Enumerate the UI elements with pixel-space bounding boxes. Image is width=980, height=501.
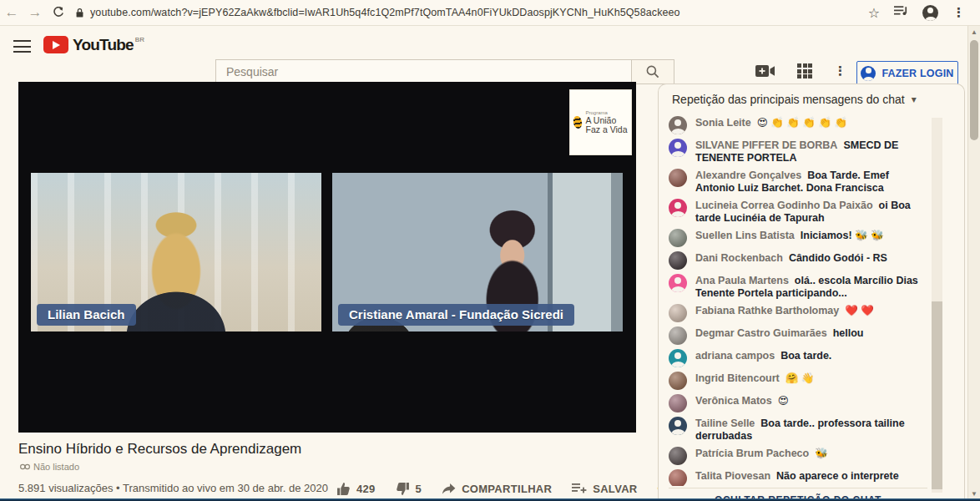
bee-icon xyxy=(573,115,583,129)
chat-author: SILVANE PIFFER DE BORBA xyxy=(695,139,837,151)
chat-message: Ana Paula Martensolá.. escola Marcílio D… xyxy=(669,274,926,300)
browser-toolbar: ← → youtube.com/watch?v=jEPY62ZaAkw&fbcl… xyxy=(0,0,980,26)
chat-message: Alexandre GonçalvesBoa Tarde. Emef Anton… xyxy=(669,169,926,195)
avatar[interactable] xyxy=(669,251,687,270)
url-text: youtube.com/watch?v=jEPY62ZaAkw&fbclid=I… xyxy=(90,7,680,18)
speaker-name-tag: Cristiane Amaral - Fundação Sicredi xyxy=(338,304,574,326)
chat-message: Dani RockenbachCândido Godói - RS xyxy=(669,251,926,270)
chat-text: hellou xyxy=(833,327,864,339)
back-icon: ← xyxy=(5,4,19,21)
browser-actions: ☆ ⋮ xyxy=(868,5,980,21)
chat-message: adriana camposBoa tarde. xyxy=(669,349,926,367)
avatar[interactable] xyxy=(669,116,687,134)
reload-button[interactable] xyxy=(47,3,70,23)
scroll-up-icon[interactable]: ▲ xyxy=(968,28,980,36)
logo-line-uniao: A União xyxy=(585,116,627,125)
share-button[interactable]: COMPARTILHAR xyxy=(442,483,552,495)
avatar[interactable] xyxy=(669,139,687,157)
dislike-count: 5 xyxy=(416,483,422,495)
chat-author: Fabiana Rathke Bartholomay xyxy=(695,305,839,316)
share-icon xyxy=(442,483,456,495)
back-button[interactable]: ← xyxy=(0,3,23,23)
avatar[interactable] xyxy=(669,326,687,345)
guide-menu-icon[interactable] xyxy=(13,40,31,53)
youtube-logo[interactable]: YouTube BR xyxy=(43,36,144,53)
video-tile-left: Lilian Bacich xyxy=(31,173,321,331)
live-chat-panel: Repetição das principais mensagens do ch… xyxy=(658,84,965,501)
avatar[interactable] xyxy=(669,229,687,247)
create-video-icon[interactable] xyxy=(755,64,775,78)
chat-header-dropdown[interactable]: Repetição das principais mensagens do ch… xyxy=(659,84,964,114)
avatar[interactable] xyxy=(669,417,687,435)
playlist-add-icon xyxy=(572,483,587,494)
chat-author: Verônica Matos xyxy=(695,395,772,407)
scroll-down-icon[interactable]: ▼ xyxy=(968,490,980,498)
chat-scrollbar[interactable] xyxy=(932,118,942,493)
avatar[interactable] xyxy=(669,349,687,367)
search-box xyxy=(215,59,632,84)
browser-menu-icon[interactable]: ⋮ xyxy=(952,5,965,20)
avatar[interactable] xyxy=(669,169,687,187)
chat-text: 😍 👏 👏 👏 👏 👏 xyxy=(757,117,847,129)
chat-text: Boa tarde. xyxy=(780,350,831,362)
like-count: 429 xyxy=(356,483,376,495)
video-tile-right: Cristiane Amaral - Fundação Sicredi xyxy=(332,173,623,331)
chat-header-title: Repetição das principais mensagens do ch… xyxy=(672,93,905,106)
speaker-name-tag: Lilian Bacich xyxy=(37,304,136,326)
page-scrollbar-thumb[interactable] xyxy=(970,40,978,140)
browser-profile-icon[interactable] xyxy=(922,5,938,21)
playlist-extension-icon[interactable] xyxy=(894,5,908,20)
chat-text: Iniciamos! 🐝 🐝 xyxy=(801,230,884,241)
like-button[interactable]: 429 xyxy=(336,482,376,496)
chat-text: 😍 xyxy=(778,395,789,407)
avatar[interactable] xyxy=(669,469,687,486)
avatar[interactable] xyxy=(669,304,687,322)
page-scrollbar[interactable]: ▲ ▼ xyxy=(967,26,980,501)
dislike-button[interactable]: 5 xyxy=(396,482,422,496)
avatar[interactable] xyxy=(669,394,687,412)
chat-message: Verônica Matos😍 xyxy=(669,394,926,412)
country-code: BR xyxy=(135,36,144,44)
youtube-wordmark: YouTube xyxy=(73,36,134,53)
avatar[interactable] xyxy=(669,199,687,217)
reload-icon xyxy=(53,7,64,18)
avatar[interactable] xyxy=(669,274,687,292)
chat-message: Patrícia Brum Pacheco🐝 xyxy=(669,447,926,465)
logo-line-vida: Faz a Vida xyxy=(585,125,627,134)
youtube-play-icon xyxy=(43,36,68,53)
chat-message: Talita PiovesanNão aparece o interprete xyxy=(669,469,926,486)
save-button[interactable]: SALVAR xyxy=(572,483,637,495)
chat-text: ❤️ ❤️ xyxy=(845,305,874,316)
chat-author: Dani Rockenbach xyxy=(695,252,783,264)
chat-author: Suellen Lins Batista xyxy=(695,230,795,241)
chat-message: Degmar Castro Guimarãeshellou xyxy=(669,326,926,345)
chat-author: Ingrid Bitencourt xyxy=(695,372,780,384)
search-button[interactable] xyxy=(632,59,674,84)
chat-message: Ingrid Bitencourt🤗 👋 xyxy=(669,372,926,390)
chat-message: Suellen Lins BatistaIniciamos! 🐝 🐝 xyxy=(669,229,926,247)
chat-scrollbar-thumb[interactable] xyxy=(932,301,942,489)
video-player[interactable]: Programa A União Faz a Vida Lilian Bacic… xyxy=(18,82,636,433)
avatar[interactable] xyxy=(669,372,687,390)
share-label: COMPARTILHAR xyxy=(462,483,552,495)
apps-grid-icon[interactable] xyxy=(797,63,812,78)
youtube-masthead: YouTube BR ⋮ FAZER LOGIN xyxy=(0,26,980,67)
thumb-down-icon xyxy=(396,482,410,496)
lock-icon xyxy=(75,8,84,18)
search-input[interactable] xyxy=(226,65,631,78)
video-actions: 429 5 COMPARTILHAR SALVAR ••• xyxy=(336,478,674,499)
chat-author: Ana Paula Martens xyxy=(695,275,789,286)
chat-text: Não aparece o interprete xyxy=(776,470,899,482)
chat-footer-divider xyxy=(669,488,927,488)
masthead-menu-icon[interactable]: ⋮ xyxy=(834,63,846,78)
avatar[interactable] xyxy=(669,447,687,465)
login-button[interactable]: FAZER LOGIN xyxy=(856,61,958,85)
forward-button[interactable]: → xyxy=(23,3,47,23)
bookmark-star-icon[interactable]: ☆ xyxy=(868,5,880,21)
chat-message: Sonia Leite😍 👏 👏 👏 👏 👏 xyxy=(669,116,926,134)
chat-author: Patrícia Brum Pacheco xyxy=(695,448,809,459)
address-bar[interactable]: youtube.com/watch?v=jEPY62ZaAkw&fbclid=I… xyxy=(75,3,868,23)
chat-messages: Sonia Leite😍 👏 👏 👏 👏 👏 SILVANE PIFFER DE… xyxy=(669,116,926,486)
video-meta: 5.891 visualizações • Transmitido ao viv… xyxy=(18,482,328,494)
chat-text: 🤗 👋 xyxy=(786,372,815,384)
